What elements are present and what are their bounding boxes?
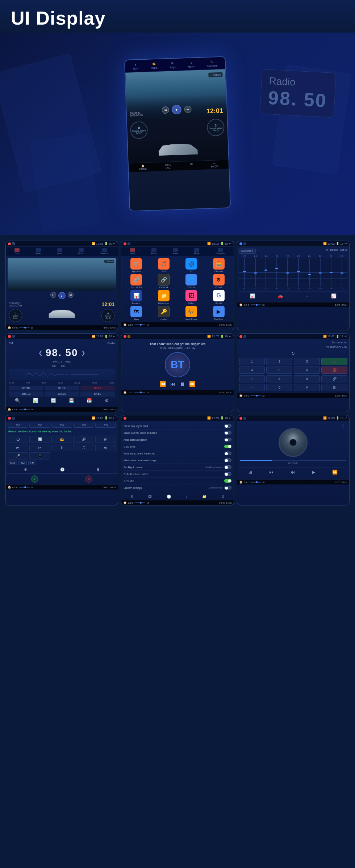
settings-note-icon[interactable]: ♪ <box>185 495 187 499</box>
music-heart-icon[interactable]: ♡ <box>341 424 344 428</box>
key-9[interactable]: 9 <box>294 375 320 382</box>
steer-x-btn[interactable]: ✕ <box>85 475 92 483</box>
apps-home-icon[interactable]: 🏠 <box>123 323 127 326</box>
toggle-brake-wire[interactable] <box>224 431 231 435</box>
settings-img-icon[interactable]: 🖼 <box>148 495 152 499</box>
radio-search-icon[interactable]: 🔍 <box>15 398 20 403</box>
app-control[interactable]: ⚙ Control <box>206 274 232 288</box>
footer-ac[interactable]: 0.0°C A/C <box>165 164 172 170</box>
key-link[interactable]: 🔗 <box>321 375 347 382</box>
toggle-auto-nav[interactable] <box>224 438 231 441</box>
nav-navi[interactable]: Navi <box>14 248 20 254</box>
radio-back-btn[interactable]: BACK <box>110 408 116 411</box>
device-nav-radio[interactable]: 📻 Radio <box>151 62 158 69</box>
ctrl-pause[interactable]: ⏸ <box>51 444 72 451</box>
phone-home-icon[interactable]: 🏠 <box>239 394 243 397</box>
footer-home[interactable]: 🏠 HOME <box>139 164 147 170</box>
key-0[interactable]: 0 <box>266 384 292 391</box>
phone-refresh-icon[interactable]: ↻ <box>291 351 295 356</box>
device-nav-music[interactable]: ♫ Music <box>188 60 195 68</box>
key-extra[interactable]: ⊞ <box>321 384 347 391</box>
app-calc[interactable]: 🧮 Calculator <box>206 258 232 272</box>
nav-bt[interactable]: Bluetooth <box>100 248 109 254</box>
app-bt[interactable]: 🔵 BT <box>178 258 204 272</box>
steer-bt-icon[interactable]: Ƀ <box>97 467 100 471</box>
eq-back-btn[interactable]: BACK <box>342 304 347 306</box>
eq-slider-7[interactable] <box>309 258 310 287</box>
settings-folder-icon[interactable]: 📁 <box>202 495 206 499</box>
radio-loop-icon[interactable]: 🔄 <box>51 398 56 403</box>
play-btn[interactable]: ▶ <box>172 105 181 115</box>
freq-87.50[interactable]: 87.50 <box>9 386 43 390</box>
toggle-gsd-time[interactable] <box>224 445 231 448</box>
music-nav-3[interactable]: ⏭ <box>291 470 295 475</box>
toggle-mirror-view[interactable] <box>224 458 231 462</box>
ctrl-power[interactable]: ⏻ <box>8 436 28 443</box>
ctrl-radio[interactable]: 📻 <box>51 436 72 443</box>
eq-slider-1[interactable] <box>244 258 245 287</box>
app-google[interactable]: G Google <box>206 290 232 304</box>
toggle-gps-mix[interactable] <box>224 479 231 483</box>
app-chrome[interactable]: 🌐 Chrome <box>178 274 204 288</box>
device-nav-apps[interactable]: ⊞ Apps <box>170 61 176 69</box>
music-nav-1[interactable]: ⊞ <box>248 470 252 475</box>
freq-108.00[interactable]: 108.00 <box>45 391 79 396</box>
toggle-press-key[interactable] <box>224 424 231 428</box>
apps-nav-bt[interactable]: Bluetooth <box>216 248 225 254</box>
key-star[interactable]: * <box>239 384 265 391</box>
footer-back[interactable]: ↩ BACK <box>211 162 218 168</box>
prev-btn[interactable]: ⏮ <box>162 106 169 114</box>
ctrl-phone[interactable]: 📱 <box>29 452 50 460</box>
music-back-btn[interactable]: BACK <box>342 481 347 483</box>
ctrl-music[interactable]: 🎵 <box>73 444 94 451</box>
nav-radio[interactable]: Radio <box>36 248 41 254</box>
apps-back-btn[interactable]: BACK <box>226 324 231 326</box>
ctrl-vol-up[interactable]: 🔊 <box>73 436 94 443</box>
device-nav-navi[interactable]: ▲ Navi <box>133 62 139 70</box>
settings-clock-icon[interactable]: 🕐 <box>167 495 171 499</box>
key-4[interactable]: 4 <box>239 367 265 374</box>
toggle-backlight[interactable] <box>224 465 231 469</box>
key-6[interactable]: 6 <box>294 367 320 374</box>
freq-98.10[interactable]: 98.10 <box>80 386 115 390</box>
key-5[interactable]: 5 <box>266 367 292 374</box>
apps-nav-navi[interactable]: Navi <box>130 248 135 254</box>
eq-preset-setup[interactable]: Set up <box>340 249 347 254</box>
steer-check-btn[interactable]: ✓ <box>31 475 38 483</box>
eq-slider-9[interactable] <box>331 258 331 287</box>
eq-preset-default[interactable]: Default <box>330 249 338 254</box>
key-2[interactable]: 2 <box>266 358 292 365</box>
ctrl-next-track[interactable]: ⏭ <box>29 444 50 451</box>
bt-next[interactable]: ⏩ <box>189 381 195 387</box>
eq-ac-slider[interactable] <box>250 304 261 305</box>
freq-106.10[interactable]: 106.10 <box>9 391 43 396</box>
music-home-icon[interactable]: 🏠 <box>239 480 243 484</box>
music-ac-slider[interactable] <box>250 482 261 483</box>
eq-slider-3[interactable] <box>266 258 266 287</box>
app-carlink[interactable]: 🔗 Car Link 2.0 <box>123 274 149 288</box>
toggle-volume-switch[interactable] <box>224 472 231 476</box>
ac-slider[interactable] <box>19 327 30 328</box>
key-1[interactable]: 1 <box>239 358 265 365</box>
key-8[interactable]: 8 <box>266 375 292 382</box>
app-maps[interactable]: 🗺 Maps <box>123 306 149 320</box>
phone-back-btn[interactable]: BACK <box>342 395 347 397</box>
radio-gear-icon[interactable]: ⚙ <box>105 398 109 403</box>
home-icon[interactable]: 🏠 <box>8 326 11 329</box>
app-carbitlink[interactable]: 🔗 CarbitLink <box>151 274 177 288</box>
ctrl-rotate[interactable]: 🔄 <box>29 436 50 443</box>
toggle-mute-reverse[interactable] <box>224 452 231 455</box>
app-eq[interactable]: 📊 Equalizer <box>123 290 149 304</box>
device-nav-bt[interactable]: 📞 Bluetooth <box>206 59 217 67</box>
apps-nav-apps[interactable]: Apps <box>173 248 178 254</box>
key-hangup[interactable]: 📵 <box>321 367 347 374</box>
music-nav-2[interactable]: ⏮ <box>269 470 273 475</box>
eq-slider-5[interactable] <box>287 258 288 287</box>
phone-ac-slider[interactable] <box>250 395 261 396</box>
h-prev[interactable]: ⏮ <box>50 292 56 298</box>
radio-prev-btn[interactable]: ❮ <box>38 350 43 356</box>
ctrl-prev-track[interactable]: ⏮ <box>8 444 28 451</box>
h-play[interactable]: ▶ <box>58 292 66 299</box>
aux-btn[interactable]: AUX <box>8 461 17 465</box>
app-playstore[interactable]: ▶ Play Store <box>206 306 232 320</box>
